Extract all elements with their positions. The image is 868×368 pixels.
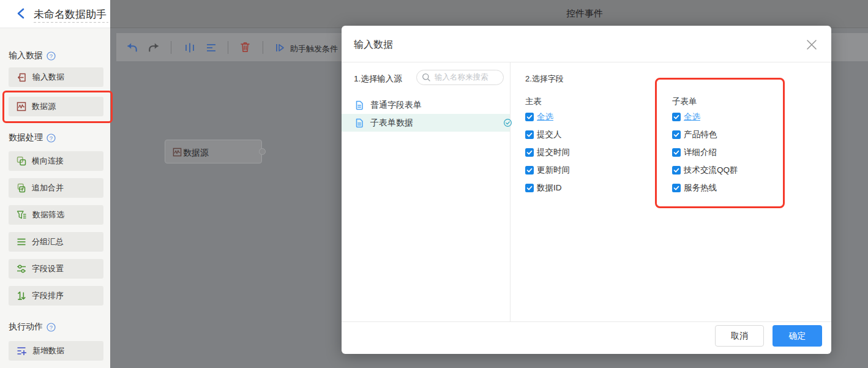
svg-text:?: ? [50,323,53,330]
svg-text:?: ? [50,52,53,59]
svg-text:?: ? [50,134,53,141]
